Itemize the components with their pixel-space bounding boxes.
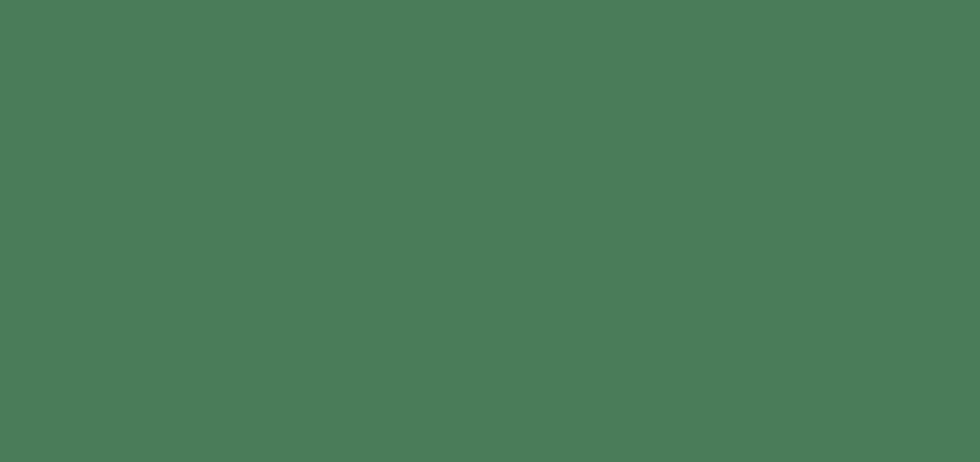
main-container <box>0 0 980 462</box>
